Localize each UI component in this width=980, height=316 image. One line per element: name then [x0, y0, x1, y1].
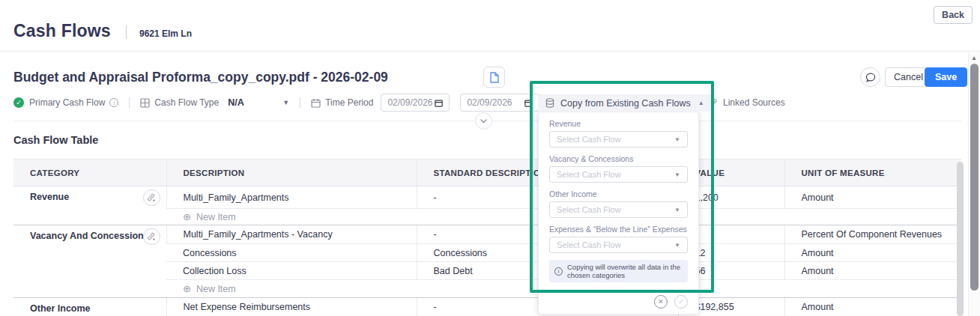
datepicker-icon — [435, 99, 443, 107]
overwrite-warning: i Copying will overwrite all data in the… — [549, 260, 688, 282]
select-placeholder: Select Cash Flow — [557, 240, 621, 249]
link-add-button[interactable] — [143, 228, 160, 245]
table-row: Vacancy And Concessions Multi_Family_Apa… — [13, 225, 961, 244]
scroll-up-arrow[interactable]: ▲ — [971, 55, 977, 61]
link-plus-icon — [147, 193, 156, 202]
page-title: Cash Flows — [13, 21, 111, 41]
category-cell: Revenue — [13, 186, 166, 225]
page-scrollbar[interactable]: ▲ — [968, 52, 980, 316]
category-label: Revenue — [30, 192, 69, 202]
end-date-input[interactable]: 02/09/2026 — [460, 94, 539, 112]
description-cell[interactable]: Concessions — [166, 244, 417, 262]
col-header-description: DESCRIPTION — [166, 159, 417, 186]
end-date-value: 02/09/2026 — [467, 97, 512, 108]
plus-circle-icon: ⊕ — [183, 283, 191, 294]
back-button[interactable]: Back — [934, 6, 973, 24]
unit-cell[interactable]: Amount — [784, 244, 961, 262]
select-cashflow-revenue[interactable]: Select Cash Flow ▼ — [549, 131, 688, 148]
select-cashflow-vacancy[interactable]: Select Cash Flow ▼ — [549, 166, 688, 183]
table-title: Cash Flow Table — [13, 134, 98, 146]
linked-sources-button[interactable]: Linked Sources — [709, 97, 785, 108]
info-icon: i — [554, 267, 563, 276]
select-placeholder: Select Cash Flow — [557, 170, 621, 179]
chevron-down-icon: ▼ — [674, 171, 680, 178]
description-cell[interactable]: Net Expense Reimbursements — [166, 298, 417, 316]
chat-bubble-icon — [865, 73, 876, 82]
save-button[interactable]: Save — [925, 67, 967, 87]
document-title: Budget and Appraisal Proforma_copy_copy.… — [13, 70, 388, 85]
breadcrumb-property: 9621 Elm Ln — [139, 28, 192, 39]
primary-check-icon: ✓ — [13, 97, 24, 108]
chevron-up-icon: ▲ — [698, 100, 704, 106]
select-cashflow-other-income[interactable]: Select Cash Flow ▼ — [549, 201, 688, 218]
new-item-label: New Item — [196, 284, 236, 294]
plus-circle-icon: ⊕ — [183, 211, 191, 222]
chevron-down-icon: ▼ — [674, 136, 680, 143]
calendar-icon — [311, 98, 321, 108]
table-row: Revenue Multi_Family_Apartments - 1,200 … — [13, 186, 961, 209]
start-date-input[interactable]: 02/09/2026 — [381, 94, 450, 112]
comments-button[interactable] — [860, 67, 880, 87]
copy-from-existing-panel: Revenue Select Cash Flow ▼ Vacancy & Con… — [538, 112, 699, 315]
panel-confirm-button[interactable]: ✓ — [674, 295, 688, 309]
copy-from-existing-button[interactable]: Copy from Existing Cash Flows ▲ — [538, 94, 712, 112]
new-item-label: New Item — [196, 212, 236, 222]
col-header-unit-of-measure: UNIT OF MEASURE — [784, 159, 961, 186]
cashflow-type-select[interactable]: N/A ▼ — [228, 97, 289, 108]
chevron-down-icon: ▼ — [674, 207, 680, 213]
link-plus-icon — [147, 232, 156, 241]
panel-footer: ✕ ✓ — [549, 290, 688, 309]
document-file-button[interactable] — [483, 67, 505, 88]
panel-cancel-button[interactable]: ✕ — [654, 295, 668, 309]
cashflow-type-value: N/A — [228, 97, 244, 108]
chevron-down-icon: ▼ — [282, 99, 289, 106]
time-period-label: Time Period — [325, 97, 373, 108]
unit-cell[interactable]: Percent Of Component Revenues — [784, 225, 961, 244]
chevron-down-icon: ▼ — [674, 242, 680, 249]
category-label: Vacancy And Concessions — [30, 231, 149, 241]
primary-cashflow-label: Primary Cash Flow — [29, 97, 105, 108]
linked-sources-label: Linked Sources — [723, 97, 785, 108]
database-icon — [545, 98, 554, 108]
description-cell[interactable]: Multi_Family_Apartments — [166, 186, 417, 209]
datepicker-icon — [524, 99, 533, 107]
field-label-revenue: Revenue — [549, 119, 688, 128]
overwrite-warning-text: Copying will overwrite all data in the c… — [567, 263, 683, 279]
category-cell: Vacancy And Concessions — [13, 225, 166, 298]
select-cashflow-expenses[interactable]: Select Cash Flow ▼ — [549, 237, 688, 253]
category-cell: Other Income — [13, 298, 166, 316]
col-header-category: CATEGORY — [13, 159, 166, 186]
unit-cell[interactable]: Amount — [784, 298, 961, 316]
info-icon[interactable]: i — [109, 98, 118, 107]
category-label: Other Income — [30, 303, 91, 314]
chevron-down-icon — [480, 119, 487, 124]
select-placeholder: Select Cash Flow — [557, 205, 621, 214]
unit-cell[interactable]: Amount — [784, 262, 961, 280]
cashflow-type-label: Cash Flow Type — [154, 97, 219, 108]
table-scrollbar-thumb[interactable] — [957, 162, 964, 316]
top-header: Cash Flows 9621 Elm Ln Back — [0, 0, 980, 52]
meta-divider — [300, 97, 300, 108]
file-icon — [489, 72, 499, 83]
copy-from-existing-label: Copy from Existing Cash Flows — [560, 98, 691, 109]
description-cell[interactable]: Multi_Family_Apartments - Vacancy — [166, 225, 417, 244]
grid-icon — [140, 98, 150, 108]
description-cell[interactable]: Collection Loss — [166, 262, 417, 280]
meta-divider — [129, 97, 130, 108]
select-placeholder: Select Cash Flow — [557, 135, 621, 144]
table-header-row: CATEGORY DESCRIPTION STANDARD DESCRIPTIO… — [13, 159, 961, 186]
field-label-vacancy: Vacancy & Concessions — [549, 154, 688, 163]
scrollbar-thumb[interactable] — [970, 64, 979, 291]
field-label-expenses: Expenses & “Below the Line” Expenses — [549, 225, 688, 234]
cash-flow-table: CATEGORY DESCRIPTION STANDARD DESCRIPTIO… — [13, 159, 961, 316]
unit-cell[interactable]: Amount — [784, 186, 961, 209]
cashflow-meta-row: ✓ Primary Cash Flow i Cash Flow Type N/A… — [13, 93, 539, 112]
table-row: Other Income Net Expense Reimbursements … — [13, 298, 961, 316]
link-add-button[interactable] — [143, 189, 160, 206]
start-date-value: 02/09/2026 — [387, 97, 432, 108]
field-label-other-income: Other Income — [549, 189, 688, 198]
title-divider — [126, 25, 127, 39]
collapse-section-button[interactable] — [475, 112, 492, 130]
